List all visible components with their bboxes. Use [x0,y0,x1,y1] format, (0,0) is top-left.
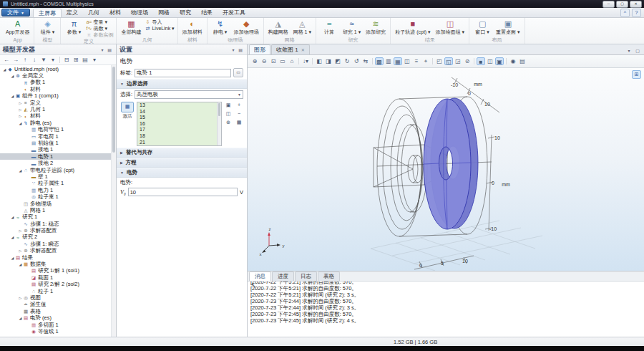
collapse-ribbon-icon[interactable]: ^ [620,9,630,17]
view-yz-icon[interactable]: ◨ [324,57,333,65]
mesh-1-button[interactable]: ◬网格 1 ▾ [292,19,313,35]
tree-collapse-icon[interactable]: ◢ [10,74,15,78]
functions-button[interactable]: f∿函数 ▾ [86,26,113,32]
tree-item[interactable]: ◢▣组件 1 (comp1) [0,93,116,100]
edges-icon[interactable]: ≡ [412,57,421,65]
selection-entity[interactable]: 18 [140,133,221,140]
tree-item[interactable]: ▥电力 1 [0,187,116,193]
show-more-icon[interactable]: ▾ [49,56,57,64]
tree-item[interactable]: ▤研究 1/解 1 (sol1) [0,268,116,274]
add-physics-button[interactable]: ◆添加物理场 [233,19,260,35]
tree-item[interactable]: ▷◎视图 [0,294,116,301]
particle-trajectories-button[interactable]: ■粒子轨迹 (cpt) ▾ [394,19,431,35]
tree-item[interactable]: ▷≡定义 [0,100,116,106]
paste-selection-icon[interactable]: ◫ [225,110,233,117]
export-image-icon[interactable]: ▣ [495,57,504,65]
import-button[interactable]: ⇩导入 [145,19,174,25]
tree-item[interactable]: ◉等值线 1 [0,328,116,335]
close-tab-icon[interactable]: ✕ [301,47,305,52]
tree-item[interactable]: ◫多物理场 [0,201,116,207]
active-toggle-button[interactable]: ▦ [121,102,134,112]
tree-collapse-icon[interactable]: ◢ [10,235,15,239]
camera-icon[interactable]: ◉ [509,57,517,65]
tree-item[interactable]: ◢▦数据集 [0,261,116,267]
messages-log[interactable]: ↖ [2020-7-22 下午5:21] 求解的自由度数: 570。[2020-… [248,282,644,337]
zoom-out-icon[interactable]: ⊖ [260,57,268,65]
v0-input[interactable]: 10 [128,188,238,196]
selection-entity[interactable]: 13 [140,102,221,109]
back-icon[interactable]: ← [2,56,11,64]
zoom-box-icon[interactable]: ▭ [278,57,287,65]
tree-item[interactable]: ▷⊛求解器配置 [0,248,116,254]
rotate-right-icon[interactable]: ↻ [343,57,351,65]
graphics-tab-图形[interactable]: 图形 [249,44,270,54]
component-button[interactable]: ◈组件 ▾ [37,19,57,35]
tree-item[interactable]: ◢≈研究 2 [0,234,116,241]
tree-item[interactable]: ◢◆Untitled.mph (root) [0,66,116,72]
build-all-button[interactable]: ▦全部构建 [119,19,142,35]
go-to-default-view-icon[interactable]: ⌂ [288,57,296,65]
selection-entity[interactable]: 21 [140,140,221,146]
section-electric-potential[interactable]: ▼ 电势 [117,168,247,178]
add-plot-group-button[interactable]: ◫添加绘图组 ▾ [434,19,466,35]
image-snapshot-icon[interactable]: ■ [477,57,485,65]
select-edges-icon[interactable]: ◲ [454,57,462,65]
info-tab-进度[interactable]: 进度 [272,271,294,281]
app-builder-button[interactable]: AApp开发器 [4,19,31,35]
panel-options-icon[interactable]: ▤ [237,47,244,52]
tree-item[interactable]: ∴粒子 1 [0,288,116,294]
tree-item[interactable]: ▬接地 1 [0,147,116,153]
info-tab-日志[interactable]: 日志 [295,271,317,281]
collapse-all-icon[interactable]: ⊟ [62,56,71,64]
tree-item[interactable]: ▦表格 [0,308,116,314]
flip-view-icon[interactable]: ⇆ [361,57,370,65]
panel-menu-icon[interactable]: ▾ [230,47,237,52]
tree-collapse-icon[interactable]: ◢ [10,215,15,219]
create-selection-icon[interactable]: ⊕ [225,119,233,126]
tree-item[interactable]: ∵粒子属性 1 [0,181,116,187]
tree-item[interactable]: ◪截面 1 [0,274,116,281]
settings-dropdown-icon[interactable]: ▾ [90,56,99,64]
move-down-icon[interactable]: ↓ [30,56,39,64]
tree-item[interactable]: ▤初始值 1 [0,140,116,146]
scene-light-icon[interactable]: ▩ [375,57,384,65]
build-mesh-button[interactable]: ◮构建网格 [267,19,290,35]
panel-menu-icon[interactable]: ▾ [625,48,633,53]
livelink-button[interactable]: ⇄LiveLink ▾ [145,26,174,32]
add-study-button[interactable]: ≋添加研究 [364,19,387,35]
selection-list[interactable]: 13141516171821 [137,102,222,146]
section-override[interactable]: ▶ 替代与共存 [117,148,247,158]
file-menu-button[interactable]: 文件 ▼ [1,9,30,16]
parameter-case-button[interactable]: π参数实例 [86,32,113,38]
tree-item[interactable]: π参数 1 [0,80,116,86]
selection-list-scrollbar[interactable] [217,102,221,145]
tree-item[interactable]: ≐派生值 [0,302,116,308]
tree-item[interactable]: ▷◭几何 1 [0,106,116,112]
tree-item[interactable]: ▥电荷守恒 1 [0,127,116,133]
tree-item[interactable]: ▷◐材料 [0,113,116,120]
view-direction-icon[interactable]: ↓▾ [301,57,310,65]
rotate-left-icon[interactable]: ↺ [352,57,361,65]
tree-item[interactable]: ◬网格 1 [0,207,116,213]
select-domains-icon[interactable]: ◰ [435,57,444,65]
go-to-default-3d-view-icon[interactable]: ⊞ [632,70,641,79]
menu-tab-几何[interactable]: 几何 [83,8,104,17]
zoom-to-selection-icon[interactable]: ▦ [235,119,243,126]
electrostatics-button[interactable]: ↯静电 ▾ [210,19,230,35]
graphics-tab-收敛图 1[interactable]: 收敛图 1✕ [271,44,310,54]
graphics-canvas[interactable]: -10 mm 0 10 10 0 mm -10 0 5 10 z [248,68,644,271]
tree-item[interactable]: ∿步骤 1: 稳态 [0,221,116,227]
tree-collapse-icon[interactable]: ◢ [18,262,23,266]
select-boundaries-icon[interactable]: ◱ [444,57,453,65]
panel-menu-icon[interactable]: ▾ [99,47,106,52]
tree-item[interactable]: ◢⊕全局定义 [0,72,116,79]
study-1-button[interactable]: ≈研究 1 ▾ [341,19,362,35]
parameters-button[interactable]: π参数 ▾ [64,19,84,35]
tree-item[interactable]: ◢▤结果 [0,254,116,261]
menu-tab-网格[interactable]: 网格 [153,8,175,17]
selection-entity[interactable]: 17 [140,127,221,133]
menu-tab-材料[interactable]: 材料 [104,8,126,17]
info-tab-消息[interactable]: 消息 [249,271,271,281]
help-icon[interactable]: ? [632,9,641,17]
reset-hiding-icon[interactable]: ⊘ [463,57,472,65]
